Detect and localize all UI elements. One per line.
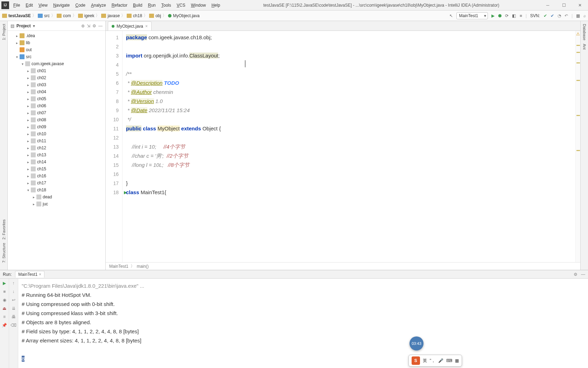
tree-row[interactable]: ▸ch10 (8, 130, 105, 137)
run-tab[interactable]: MainTest1 × (15, 271, 44, 278)
tree-row[interactable]: ▸juc (8, 200, 105, 207)
breadcrumb-item[interactable]: testJavaSE (8, 13, 31, 18)
tree-row[interactable]: ▸lib (8, 39, 105, 46)
tree-row[interactable]: ▸ch06 (8, 102, 105, 109)
tree-row[interactable]: ▸ch03 (8, 81, 105, 88)
minimize-button[interactable]: ─ (540, 0, 556, 11)
layout-icon[interactable]: ≡ (3, 314, 6, 319)
tool-structure-tab[interactable]: 7: Structure (2, 243, 6, 263)
breadcrumb-item[interactable]: igeek (84, 13, 94, 18)
ime-punct-icon[interactable]: "， (430, 358, 435, 364)
editor-breadcrumb[interactable]: MainTest1 〉 main() (106, 262, 580, 270)
tree-row[interactable]: ▾ch18 (8, 186, 105, 193)
tool-project-tab[interactable]: 1: Project (2, 24, 6, 40)
back-icon[interactable]: ↖ (449, 13, 453, 18)
tool-database-tab[interactable]: Database (582, 24, 587, 40)
tree-row[interactable]: ▸ch14 (8, 158, 105, 165)
tool-favorites-tab[interactable]: 2: Favorites (2, 219, 6, 239)
history-icon[interactable]: ◔ (558, 13, 561, 18)
tree-row[interactable]: ▾com.igeek.javase (8, 60, 105, 67)
tree-row[interactable]: ▸ch17 (8, 179, 105, 186)
profile-icon[interactable]: ◧ (512, 13, 516, 18)
run-icon[interactable]: ▶ (491, 13, 495, 18)
editor-gutter[interactable]: 123456789101112131415161718▶ (106, 31, 122, 262)
exit-icon[interactable]: ⏏ (2, 306, 6, 311)
tree-row[interactable]: ▾src (8, 53, 105, 60)
menu-analyze[interactable]: Analyze (88, 1, 109, 10)
run-console[interactable]: "C:\Program Files\Java\jdk1.8.0_221\bin\… (18, 279, 588, 368)
print-icon[interactable]: 🖶 (12, 314, 16, 319)
run-hide-icon[interactable]: — (581, 272, 585, 277)
settings-icon[interactable]: ⚙ (92, 23, 96, 28)
menu-window[interactable]: Window (188, 1, 209, 10)
close-button[interactable]: ✕ (572, 0, 588, 11)
tree-row[interactable]: ▸ch05 (8, 95, 105, 102)
menu-edit[interactable]: Edit (23, 1, 36, 10)
menu-run[interactable]: Run (145, 1, 159, 10)
ime-lang[interactable]: 英 (423, 358, 427, 364)
run-config-combo[interactable]: MainTest1▾ (456, 12, 488, 19)
ime-keyboard-icon[interactable]: ⌨ (446, 358, 452, 363)
dump-icon[interactable]: ◉ (3, 298, 6, 302)
ime-toolbar[interactable]: S 英 "， 🎤 ⌨ ▦ (408, 355, 462, 367)
tool-ant-tab[interactable]: Ant (582, 44, 587, 50)
down-icon[interactable]: ↓ (13, 289, 15, 294)
tree-row[interactable]: ▸ch16 (8, 172, 105, 179)
tree-row[interactable]: ▸ch11 (8, 137, 105, 144)
ime-menu-icon[interactable]: ▦ (455, 358, 459, 363)
tree-row[interactable]: out (8, 46, 105, 53)
update-icon[interactable]: ✔ (551, 13, 554, 18)
menu-help[interactable]: Help (209, 1, 223, 10)
menu-refactor[interactable]: Refactor (109, 1, 130, 10)
menu-build[interactable]: Build (130, 1, 145, 10)
project-tree[interactable]: ▸.idea▸libout▾src▾com.igeek.javase▸ch01▸… (8, 31, 105, 270)
maximize-button[interactable]: ☐ (556, 0, 572, 11)
tree-row[interactable]: ▸ch01 (8, 67, 105, 74)
ime-voice-icon[interactable]: 🎤 (438, 358, 443, 363)
tree-row[interactable]: ▸dead (8, 193, 105, 200)
tree-row[interactable]: ▸ch12 (8, 144, 105, 151)
search-anywhere-icon[interactable]: ⌕ (583, 13, 586, 18)
close-run-tab-icon[interactable]: × (39, 272, 41, 277)
breadcrumb-item[interactable]: obj (155, 13, 161, 18)
breadcrumb-item[interactable]: main() (137, 264, 149, 269)
breadcrumb-item[interactable]: src (44, 13, 50, 18)
tree-row[interactable]: ▸ch15 (8, 165, 105, 172)
commit-icon[interactable]: ✔ (544, 13, 547, 18)
breadcrumb-item[interactable]: com (63, 13, 71, 18)
tree-row[interactable]: ▸ch08 (8, 116, 105, 123)
menu-code[interactable]: Code (72, 1, 88, 10)
pin-icon[interactable]: 📌 (2, 323, 7, 328)
menu-tools[interactable]: Tools (159, 1, 174, 10)
breadcrumb-item[interactable]: javase (107, 13, 120, 18)
close-tab-icon[interactable]: × (145, 24, 148, 29)
breadcrumb-item[interactable]: MainTest1 (109, 264, 128, 269)
stop-run-icon[interactable]: ■ (3, 289, 6, 294)
menu-file[interactable]: File (10, 1, 23, 10)
menu-view[interactable]: View (36, 1, 50, 10)
debug-icon[interactable]: ⬢ (498, 13, 502, 18)
tree-row[interactable]: ▸ch13 (8, 151, 105, 158)
coverage-icon[interactable]: ⟳ (505, 13, 509, 18)
revert-icon[interactable]: ↶ (565, 13, 568, 18)
menu-navigate[interactable]: Navigate (50, 1, 72, 10)
error-stripe[interactable]: ⚠ (575, 31, 580, 262)
scroll-icon[interactable]: ⇊ (12, 306, 15, 311)
code-editor[interactable]: package com.igeek.javase.ch18.obj; impor… (122, 31, 575, 262)
menu-vcs[interactable]: VCS (174, 1, 188, 10)
breadcrumb[interactable]: testJavaSE 〉 src 〉 com 〉 igeek 〉 javase … (2, 13, 200, 19)
breadcrumb-item[interactable]: MyObject.java (173, 13, 200, 18)
wrap-icon[interactable]: ↩ (12, 298, 15, 302)
run-settings-icon[interactable]: ⚙ (574, 272, 578, 277)
stop-icon[interactable]: ■ (519, 13, 522, 18)
breadcrumb-item[interactable]: ch18 (133, 13, 142, 18)
collapse-icon[interactable]: ⇲ (87, 23, 90, 28)
rerun-icon[interactable]: ▶ (3, 281, 6, 286)
tree-row[interactable]: ▸ch04 (8, 88, 105, 95)
tree-row[interactable]: ▸ch07 (8, 109, 105, 116)
locate-icon[interactable]: ⊕ (81, 23, 85, 28)
up-icon[interactable]: ↑ (13, 281, 15, 286)
tree-row[interactable]: ▸ch02 (8, 74, 105, 81)
hide-icon[interactable]: — (98, 23, 103, 28)
clear-icon[interactable]: ⌫ (10, 323, 16, 328)
